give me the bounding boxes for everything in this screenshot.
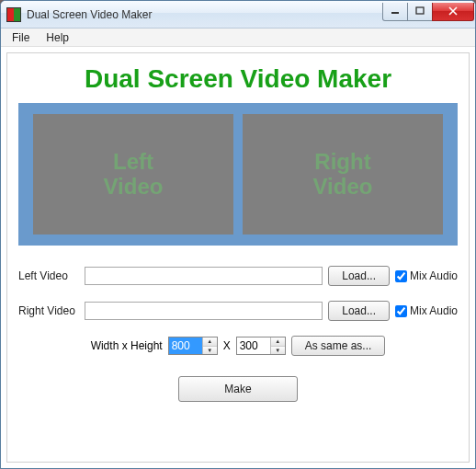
dimensions-row: Width x Height ▲ ▼ X ▲ ▼ As same as... — [18, 336, 458, 356]
right-mix-audio[interactable]: Mix Audio — [395, 304, 458, 317]
page-heading: Dual Screen Video Maker — [18, 64, 458, 94]
left-video-preview: Left Video — [33, 114, 233, 234]
dimensions-label: Width x Height — [91, 339, 163, 352]
right-mix-checkbox[interactable] — [395, 305, 407, 317]
right-mix-label: Mix Audio — [410, 304, 458, 317]
width-spinner[interactable]: ▲ ▼ — [168, 337, 218, 355]
width-input[interactable] — [169, 337, 202, 354]
app-icon — [6, 7, 21, 22]
left-mix-audio[interactable]: Mix Audio — [395, 269, 458, 282]
left-video-placeholder: Left Video — [104, 150, 164, 199]
left-mix-label: Mix Audio — [410, 269, 458, 282]
left-video-label: Left Video — [18, 269, 79, 282]
make-row: Make — [18, 376, 458, 402]
close-icon — [448, 6, 459, 16]
width-down-button[interactable]: ▼ — [203, 347, 217, 355]
menu-help[interactable]: Help — [39, 29, 76, 46]
svg-rect-1 — [416, 7, 424, 14]
maximize-button[interactable] — [407, 3, 433, 21]
width-spin-buttons: ▲ ▼ — [202, 337, 217, 354]
preview-area: Left Video Right Video — [18, 103, 458, 246]
right-video-row: Right Video Load... Mix Audio — [18, 301, 458, 321]
window-controls — [383, 3, 475, 21]
as-same-as-button[interactable]: As same as... — [291, 336, 386, 356]
width-up-button[interactable]: ▲ — [203, 337, 217, 347]
menu-file[interactable]: File — [5, 29, 37, 46]
left-mix-checkbox[interactable] — [395, 270, 407, 282]
height-up-button[interactable]: ▲ — [271, 337, 285, 347]
content-panel: Dual Screen Video Maker Left Video Right… — [6, 52, 470, 463]
app-window: Dual Screen Video Maker File Help Dual S… — [0, 0, 476, 469]
close-button[interactable] — [432, 3, 474, 21]
window-title: Dual Screen Video Maker — [27, 8, 383, 21]
right-video-preview: Right Video — [243, 114, 443, 234]
right-video-input[interactable] — [85, 302, 323, 320]
height-down-button[interactable]: ▼ — [271, 347, 285, 355]
left-video-row: Left Video Load... Mix Audio — [18, 266, 458, 286]
right-video-label: Right Video — [18, 304, 79, 317]
right-load-button[interactable]: Load... — [328, 301, 390, 321]
left-load-button[interactable]: Load... — [328, 266, 390, 286]
dimensions-separator: X — [223, 339, 231, 352]
titlebar[interactable]: Dual Screen Video Maker — [1, 1, 475, 29]
left-video-input[interactable] — [85, 267, 323, 285]
height-spinner[interactable]: ▲ ▼ — [236, 337, 286, 355]
right-video-placeholder: Right Video — [313, 150, 373, 199]
maximize-icon — [414, 6, 425, 16]
make-button[interactable]: Make — [178, 376, 298, 402]
minimize-button[interactable] — [382, 3, 408, 21]
svg-rect-0 — [391, 12, 399, 14]
height-spin-buttons: ▲ ▼ — [270, 337, 285, 354]
height-input[interactable] — [237, 337, 270, 354]
menubar: File Help — [1, 29, 475, 47]
minimize-icon — [390, 6, 401, 16]
